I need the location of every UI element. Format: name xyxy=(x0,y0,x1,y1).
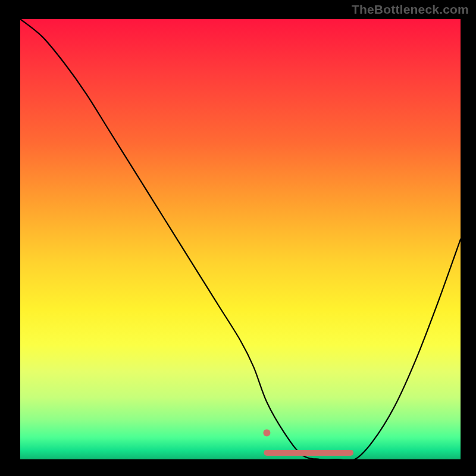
chart-overlay xyxy=(20,19,461,459)
attribution-label: TheBottleneck.com xyxy=(352,2,469,17)
bottleneck-curve xyxy=(20,19,461,459)
chart-frame: TheBottleneck.com xyxy=(0,0,476,476)
optimal-start-dot xyxy=(263,430,270,437)
